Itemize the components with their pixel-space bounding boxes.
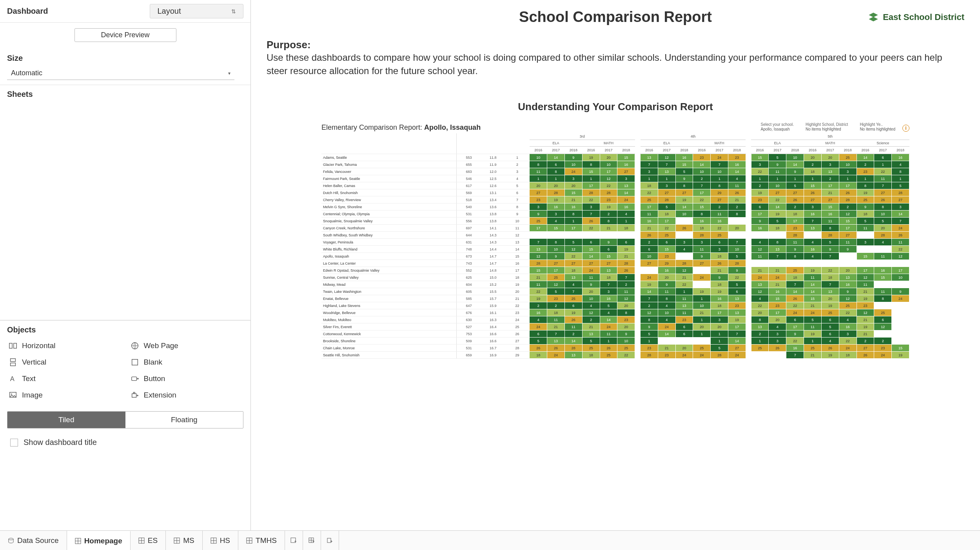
heatmap-cell[interactable]: 8 — [530, 161, 547, 168]
heatmap-cell[interactable]: 13 — [658, 168, 675, 175]
heatmap-cell[interactable]: 6 — [821, 316, 839, 323]
heatmap-cell[interactable]: 21 — [728, 196, 746, 203]
heatmap-cell[interactable]: 25 — [839, 302, 857, 309]
heatmap-cell[interactable] — [857, 260, 874, 267]
heatmap-cell[interactable]: 19 — [857, 323, 874, 330]
heatmap-cell[interactable]: 10 — [711, 168, 728, 175]
heatmap-cell[interactable]: 2 — [617, 281, 635, 288]
heatmap-cell[interactable]: 13 — [728, 309, 746, 316]
heatmap-cell[interactable]: 11 — [658, 288, 675, 295]
heatmap-cell[interactable]: 24 — [711, 154, 728, 161]
heatmap-cell[interactable]: 15 — [804, 182, 822, 189]
heatmap-cell[interactable]: 25 — [874, 309, 892, 316]
heatmap-cell[interactable]: 18 — [564, 267, 582, 274]
heatmap-cell[interactable]: 17 — [751, 211, 769, 218]
heatmap-cell[interactable]: 10 — [892, 274, 909, 281]
heatmap-cell[interactable]: 8 — [769, 239, 786, 246]
heatmap-cell[interactable]: 24 — [564, 168, 582, 175]
heatmap-cell[interactable]: 23 — [658, 253, 675, 260]
heatmap-cell[interactable]: 24 — [839, 345, 857, 352]
heatmap-cell[interactable]: 1 — [874, 161, 892, 168]
heatmap-cell[interactable]: 16 — [769, 288, 786, 295]
heatmap-cell[interactable]: 16 — [874, 267, 892, 274]
tab-data-source[interactable]: Data Source — [0, 531, 67, 550]
heatmap-cell[interactable] — [617, 232, 635, 239]
heatmap-cell[interactable] — [857, 246, 874, 253]
heatmap-cell[interactable]: 16 — [728, 161, 746, 168]
heatmap-cell[interactable]: 21 — [711, 267, 728, 274]
heatmap-cell[interactable]: 28 — [711, 352, 728, 359]
heatmap-cell[interactable]: 11 — [582, 274, 600, 281]
heatmap-cell[interactable]: 24 — [641, 274, 658, 281]
heatmap-cell[interactable]: 27 — [675, 189, 693, 196]
heatmap-cell[interactable]: 5 — [658, 203, 675, 211]
heatmap-cell[interactable]: 3 — [564, 175, 582, 182]
heatmap-cell[interactable] — [751, 232, 769, 239]
sheet-tab-tmhs[interactable]: TMHS — [238, 531, 285, 550]
heatmap-cell[interactable] — [786, 260, 804, 267]
heatmap-cell[interactable]: 21 — [658, 345, 675, 352]
heatmap-cell[interactable]: 1 — [711, 175, 728, 182]
heatmap-cell[interactable] — [675, 218, 693, 225]
heatmap-cell[interactable]: 27 — [600, 260, 617, 267]
heatmap-cell[interactable]: 26 — [804, 189, 822, 196]
heatmap-cell[interactable]: 18 — [711, 302, 728, 309]
heatmap-cell[interactable]: 8 — [711, 182, 728, 189]
heatmap-cell[interactable]: 3 — [839, 168, 857, 175]
size-select[interactable]: Automatic ▾ — [7, 67, 234, 80]
heatmap-cell[interactable]: 11 — [874, 175, 892, 182]
heatmap-cell[interactable]: 28 — [641, 352, 658, 359]
heatmap-cell[interactable]: 14 — [641, 288, 658, 295]
heatmap-cell[interactable]: 22 — [892, 246, 909, 253]
heatmap-cell[interactable]: 7 — [641, 295, 658, 302]
heatmap-cell[interactable]: 17 — [857, 267, 874, 274]
heatmap-cell[interactable]: 27 — [617, 168, 635, 175]
heatmap-cell[interactable]: 2 — [751, 182, 769, 189]
sheet-tab-homepage[interactable]: Homepage — [67, 531, 131, 550]
heatmap-cell[interactable]: 28 — [728, 260, 746, 267]
heatmap-cell[interactable]: 15 — [600, 253, 617, 260]
heatmap-cell[interactable]: 28 — [786, 232, 804, 239]
heatmap-cell[interactable]: 18 — [658, 211, 675, 218]
heatmap-cell[interactable]: 19 — [693, 288, 711, 295]
heatmap-cell[interactable]: 23 — [641, 345, 658, 352]
heatmap-cell[interactable]: 18 — [786, 211, 804, 218]
heatmap-cell[interactable]: 10 — [693, 302, 711, 309]
heatmap-cell[interactable]: 21 — [857, 330, 874, 338]
show-title-row[interactable]: Show dashboard title — [0, 432, 250, 455]
heatmap-cell[interactable]: 9 — [600, 239, 617, 246]
heatmap-cell[interactable]: 1 — [693, 295, 711, 302]
heatmap-cell[interactable]: 18 — [582, 352, 600, 359]
heatmap-cell[interactable]: 22 — [839, 309, 857, 316]
heatmap-cell[interactable]: 1 — [804, 338, 822, 345]
heatmap-cell[interactable]: 10 — [658, 309, 675, 316]
heatmap-cell[interactable]: 1 — [751, 338, 769, 345]
heatmap-cell[interactable]: 11 — [874, 253, 892, 260]
heatmap-cell[interactable]: 20 — [530, 182, 547, 189]
heatmap-cell[interactable]: 6 — [600, 246, 617, 253]
heatmap-cell[interactable]: 20 — [821, 154, 839, 161]
heatmap-cell[interactable]: 16 — [675, 154, 693, 161]
sheet-tab-es[interactable]: ES — [131, 531, 166, 550]
heatmap-cell[interactable]: 9 — [693, 253, 711, 260]
heatmap-cell[interactable]: 15 — [693, 203, 711, 211]
heatmap-cell[interactable]: 17 — [600, 168, 617, 175]
heatmap-cell[interactable] — [564, 232, 582, 239]
heatmap-cell[interactable]: 3 — [821, 161, 839, 168]
heatmap-cell[interactable]: 10 — [839, 161, 857, 168]
heatmap-cell[interactable]: 27 — [728, 345, 746, 352]
heatmap-cell[interactable]: 28 — [658, 196, 675, 203]
heatmap-cell[interactable]: 23 — [769, 302, 786, 309]
heatmap-cell[interactable]: 19 — [641, 281, 658, 288]
heatmap-cell[interactable]: 11 — [804, 274, 822, 281]
heatmap-cell[interactable]: 9 — [582, 281, 600, 288]
heatmap-cell[interactable]: 3 — [804, 203, 822, 211]
object-button[interactable]: Button — [129, 371, 244, 386]
heatmap-cell[interactable]: 28 — [821, 232, 839, 239]
heatmap-cell[interactable]: 13 — [821, 168, 839, 175]
heatmap-cell[interactable]: 1 — [641, 175, 658, 182]
heatmap-cell[interactable]: 25 — [658, 232, 675, 239]
heatmap-cell[interactable]: 29 — [658, 260, 675, 267]
heatmap-cell[interactable]: 9 — [658, 281, 675, 288]
heatmap-cell[interactable]: 3 — [547, 211, 565, 218]
